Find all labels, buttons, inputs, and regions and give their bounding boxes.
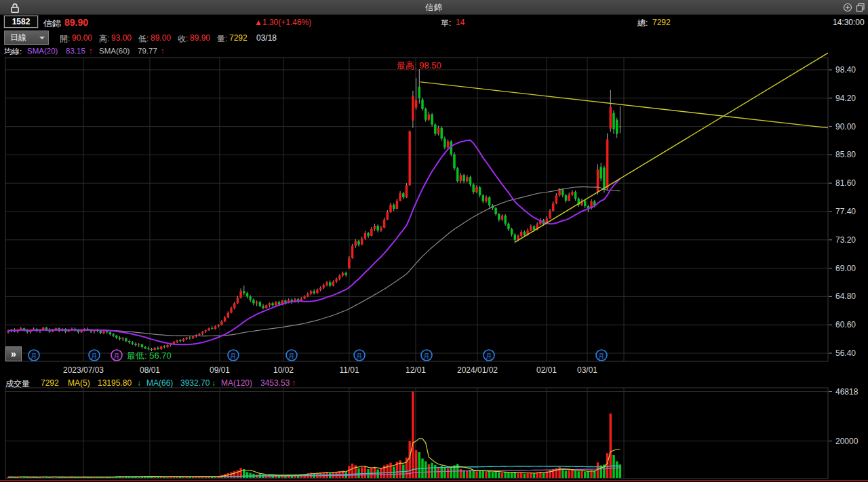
volume-bar xyxy=(568,470,570,478)
trendline[interactable] xyxy=(515,53,828,242)
month-marker-icon[interactable]: 月 xyxy=(421,350,432,361)
candle-body xyxy=(558,190,561,195)
volume-bar xyxy=(578,471,580,478)
volume-bar xyxy=(571,470,574,478)
date-label: 10/02 xyxy=(273,365,294,375)
candle-body xyxy=(214,326,217,329)
candle-body xyxy=(361,239,363,245)
volume-bar xyxy=(479,470,481,478)
candle-body xyxy=(597,169,599,192)
highest-price-annotation: 最高: 98.50 xyxy=(397,60,441,71)
candle-body xyxy=(574,192,577,199)
candle-body xyxy=(421,100,424,109)
month-marker-icon[interactable]: 月 xyxy=(28,350,39,361)
candle-body xyxy=(393,205,395,209)
month-marker-icon[interactable]: 月 xyxy=(354,350,365,361)
candle-body xyxy=(163,346,166,347)
candle-body xyxy=(230,308,233,313)
candle-body xyxy=(269,303,271,305)
volume-bar xyxy=(565,470,568,478)
candle-body xyxy=(141,344,144,347)
candle-body xyxy=(561,190,564,195)
price-tick-label: 64.80 xyxy=(835,292,856,301)
volume-bar xyxy=(504,472,507,478)
candle-body xyxy=(501,216,504,220)
volume-bar xyxy=(348,466,351,478)
candle-body xyxy=(211,328,214,329)
candle-body xyxy=(128,341,131,342)
candle-body xyxy=(351,246,354,258)
volume-bar xyxy=(412,392,414,478)
price-tick-label: 60.60 xyxy=(835,320,856,329)
candle-body xyxy=(109,332,112,334)
candle-body xyxy=(259,302,262,306)
date-label: 03/01 xyxy=(577,365,597,375)
bottom-divider xyxy=(0,480,868,481)
candle-body xyxy=(252,300,255,303)
candle-body xyxy=(176,340,178,342)
volume-bar xyxy=(418,452,421,478)
candle-body xyxy=(475,187,478,192)
month-marker-icon[interactable]: 月 xyxy=(286,350,297,361)
volume-bar xyxy=(507,473,510,478)
candle-body xyxy=(387,212,389,220)
volume-bar xyxy=(249,473,252,478)
candle-body xyxy=(112,334,115,336)
candle-body xyxy=(166,345,169,347)
volume-bar xyxy=(520,473,523,478)
candle-body xyxy=(132,342,134,344)
volume-bar xyxy=(389,463,392,478)
svg-text:月: 月 xyxy=(423,352,430,359)
volume-bar xyxy=(447,468,450,478)
date-label: 11/01 xyxy=(339,365,359,375)
month-marker-icon[interactable]: 月 xyxy=(484,350,494,361)
volume-bar xyxy=(364,466,367,478)
candle-body xyxy=(367,233,370,236)
candle-body xyxy=(568,195,570,201)
candle-body xyxy=(552,203,555,211)
candle-body xyxy=(511,229,513,235)
volume-bar xyxy=(517,473,519,478)
candle-body xyxy=(406,185,408,197)
candle-body xyxy=(603,167,606,190)
candle-body xyxy=(428,115,431,120)
month-marker-icon[interactable]: 月 xyxy=(111,350,122,361)
candle-body xyxy=(100,331,102,333)
candle-body xyxy=(616,120,618,134)
candle-body xyxy=(237,298,239,303)
volume-bar xyxy=(584,472,587,478)
svg-text:月: 月 xyxy=(598,352,605,359)
expand-button[interactable]: » xyxy=(5,346,22,361)
candle-body xyxy=(246,293,249,296)
volume-bar xyxy=(428,464,431,478)
month-marker-icon[interactable]: 月 xyxy=(596,350,607,361)
volume-bar xyxy=(574,471,577,478)
candle-body xyxy=(402,193,405,197)
month-marker-icon[interactable]: 月 xyxy=(228,350,239,361)
volume-bar xyxy=(431,463,433,478)
candlestick-chart[interactable]: 98.4094.2090.0085.8081.6077.4073.2069.00… xyxy=(0,0,868,482)
candle-body xyxy=(498,214,500,220)
svg-text:月: 月 xyxy=(486,352,492,359)
candle-body xyxy=(376,226,379,230)
month-marker-icon[interactable]: 月 xyxy=(89,350,100,361)
date-label: 02/01 xyxy=(536,365,557,375)
svg-text:月: 月 xyxy=(288,352,295,359)
candle-body xyxy=(233,303,236,308)
candle-body xyxy=(102,331,105,333)
candle-body xyxy=(374,226,376,229)
candle-body xyxy=(329,283,332,286)
svg-text:月: 月 xyxy=(113,352,120,359)
price-tick-label: 73.20 xyxy=(835,235,856,245)
candle-body xyxy=(514,235,517,240)
candle-body xyxy=(278,302,281,304)
date-label: 2024/01/02 xyxy=(457,365,498,375)
candle-body xyxy=(249,296,252,300)
candle-body xyxy=(344,273,347,275)
date-label: 08/01 xyxy=(140,365,160,375)
candle-body xyxy=(316,289,319,293)
candle-body xyxy=(530,226,532,230)
candle-body xyxy=(447,141,450,147)
candle-body xyxy=(565,195,568,201)
candle-body xyxy=(383,220,386,228)
